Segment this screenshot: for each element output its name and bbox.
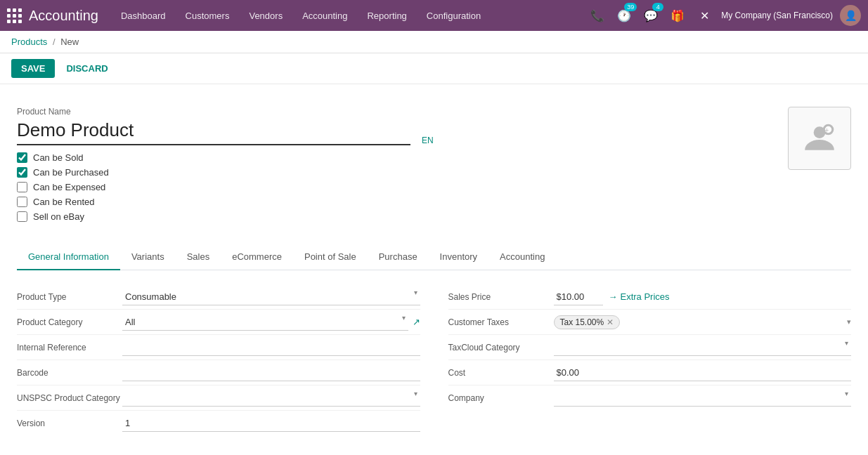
taxcloud-select-wrapper: ▾ [554, 339, 852, 356]
checkbox-can-be-sold[interactable]: Can be Sold [17, 152, 788, 163]
menu-reporting[interactable]: Reporting [358, 6, 415, 25]
internal-reference-label: Internal Reference [17, 338, 122, 357]
checkbox-can-be-purchased-label: Can be Purchased [33, 167, 109, 178]
menu-dashboard[interactable]: Dashboard [112, 6, 174, 25]
sales-price-input[interactable] [554, 289, 603, 305]
tab-ecommerce[interactable]: eCommerce [221, 244, 293, 270]
extra-prices-label: Extra Prices [621, 291, 670, 302]
menu-vendors[interactable]: Vendors [240, 6, 291, 25]
version-input[interactable] [122, 415, 420, 432]
company-select[interactable] [554, 390, 852, 407]
menu-customers[interactable]: Customers [177, 6, 238, 25]
barcode-input[interactable] [122, 364, 420, 381]
svg-text:+: + [824, 126, 829, 134]
main-content: Product Name EN Can be Sold Can be Purch… [0, 84, 868, 455]
barcode-label: Barcode [17, 364, 122, 382]
product-category-select[interactable]: All [122, 314, 408, 331]
cost-field [554, 364, 852, 381]
product-type-label: Product Type [17, 288, 122, 306]
checkbox-can-be-purchased-input[interactable] [17, 167, 27, 178]
field-product-category: Product Category All ▾ ↗ [17, 310, 420, 335]
close-icon[interactable]: ✕ [694, 6, 714, 25]
tab-accounting[interactable]: Accounting [488, 244, 556, 270]
field-sales-price: Sales Price → Extra Prices [448, 284, 852, 310]
clock-icon[interactable]: 🕐 39 [614, 6, 634, 25]
tax-badge-label: Tax 15.00% [560, 317, 604, 327]
tax-badge-remove[interactable]: ✕ [607, 317, 614, 327]
discard-button[interactable]: DISCARD [60, 59, 113, 78]
top-navigation: Accounting Dashboard Customers Vendors A… [0, 0, 868, 31]
checkbox-sell-on-ebay[interactable]: Sell on eBay [17, 211, 788, 222]
product-image[interactable]: + [788, 107, 851, 170]
customer-taxes-field: Tax 15.00% ✕ ▾ [554, 315, 852, 329]
tab-point-of-sale[interactable]: Point of Sale [293, 244, 368, 270]
taxcloud-category-field: ▾ [554, 339, 852, 356]
cost-input[interactable] [554, 364, 852, 381]
gift-icon[interactable]: 🎁 [668, 6, 687, 25]
tab-inventory[interactable]: Inventory [429, 244, 488, 270]
menu-configuration[interactable]: Configuration [418, 6, 489, 25]
product-type-field: Consumable Storable Product Service ▾ [122, 289, 420, 305]
general-info-form: Product Type Consumable Storable Product… [17, 270, 851, 436]
field-version: Version [17, 411, 420, 436]
field-taxcloud-category: TaxCloud Category ▾ [448, 335, 852, 360]
field-product-type: Product Type Consumable Storable Product… [17, 284, 420, 310]
internal-reference-input[interactable] [122, 339, 420, 356]
version-label: Version [17, 414, 122, 433]
arrow-right-icon: → [609, 291, 618, 302]
unspsc-select-wrapper: ▾ [122, 390, 420, 407]
tab-variants[interactable]: Variants [120, 244, 176, 270]
form-left-column: Product Type Consumable Storable Product… [17, 284, 420, 436]
product-name-input[interactable] [17, 119, 410, 145]
checkbox-sell-on-ebay-input[interactable] [17, 211, 27, 222]
field-unspsc: UNSPSC Product Category ▾ [17, 385, 420, 411]
customer-taxes-dropdown-arrow[interactable]: ▾ [847, 317, 851, 327]
top-menu: Dashboard Customers Vendors Accounting R… [112, 6, 588, 25]
menu-accounting[interactable]: Accounting [294, 6, 356, 25]
checkbox-can-be-purchased[interactable]: Can be Purchased [17, 167, 788, 178]
company-label: Company [448, 389, 554, 407]
customer-taxes-label: Customer Taxes [448, 313, 554, 331]
taxcloud-category-select[interactable] [554, 339, 852, 356]
company-name: My Company (San Francisco) [721, 11, 833, 20]
product-category-external-link[interactable]: ↗ [413, 317, 420, 327]
checkbox-can-be-rented[interactable]: Can be Rented [17, 197, 788, 207]
user-avatar[interactable]: 👤 [840, 5, 861, 26]
checkbox-can-be-expensed-label: Can be Expensed [33, 182, 105, 192]
action-bar: SAVE DISCARD [0, 53, 868, 84]
tabs-bar: General Information Variants Sales eComm… [17, 244, 851, 270]
form-right-column: Sales Price → Extra Prices Customer Taxe… [448, 284, 852, 436]
app-grid-icon[interactable] [7, 8, 22, 23]
product-flags: Can be Sold Can be Purchased Can be Expe… [17, 152, 788, 222]
tab-general-information[interactable]: General Information [17, 244, 120, 270]
sales-price-field: → Extra Prices [554, 289, 852, 305]
checkbox-can-be-sold-label: Can be Sold [33, 152, 84, 163]
company-field: ▾ [554, 390, 852, 407]
product-header-left: Product Name EN Can be Sold Can be Purch… [17, 107, 788, 233]
checkbox-sell-on-ebay-label: Sell on eBay [33, 211, 84, 222]
language-selector[interactable]: EN [422, 136, 434, 145]
product-type-select[interactable]: Consumable Storable Product Service [122, 289, 420, 305]
checkbox-can-be-expensed-input[interactable] [17, 182, 27, 192]
extra-prices-link[interactable]: → Extra Prices [609, 291, 670, 302]
checkbox-can-be-rented-input[interactable] [17, 197, 27, 207]
checkbox-can-be-expensed[interactable]: Can be Expensed [17, 182, 788, 192]
unspsc-select[interactable] [122, 390, 420, 407]
product-category-select-wrapper: All ▾ [122, 314, 408, 331]
internal-reference-field [122, 339, 420, 356]
phone-icon[interactable]: 📞 [588, 6, 607, 25]
breadcrumb-parent[interactable]: Products [11, 37, 47, 47]
tab-sales[interactable]: Sales [176, 244, 221, 270]
sales-price-row: → Extra Prices [554, 289, 670, 305]
checkbox-can-be-sold-input[interactable] [17, 152, 27, 163]
field-customer-taxes: Customer Taxes Tax 15.00% ✕ ▾ [448, 310, 852, 335]
save-button[interactable]: SAVE [11, 59, 55, 78]
chat-icon[interactable]: 💬 4 [641, 6, 661, 25]
version-field [122, 415, 420, 432]
barcode-field [122, 364, 420, 381]
field-cost: Cost [448, 360, 852, 385]
top-right-actions: 📞 🕐 39 💬 4 🎁 ✕ My Company (San Francisco… [588, 5, 861, 26]
tab-purchase[interactable]: Purchase [368, 244, 429, 270]
product-name-label: Product Name [17, 107, 788, 117]
breadcrumb-current: New [60, 37, 79, 47]
